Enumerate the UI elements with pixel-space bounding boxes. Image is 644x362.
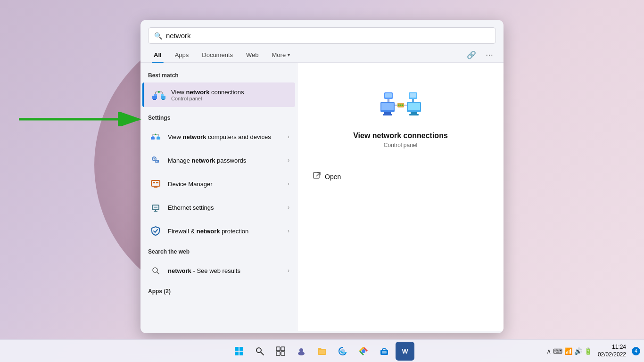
svg-rect-68 [276,352,280,355]
view-network-computers-icon [148,129,163,144]
web-search-text: network - See web results [168,267,283,274]
ethernet-settings-icon [148,200,163,215]
svg-line-36 [157,272,159,274]
settings-item-device-manager[interactable]: Device Manager › [140,172,297,196]
start-button[interactable] [230,342,248,361]
best-match-label: Best match [140,70,297,82]
result-title: View network connections [353,132,448,140]
chrome-button[interactable] [354,342,373,361]
search-web-item[interactable]: network - See web results › [140,259,297,282]
clock-time: 11:24 [598,344,626,351]
svg-point-24 [154,158,155,160]
keyboard-icon[interactable]: ⌨ [553,347,562,355]
svg-rect-25 [151,181,160,186]
svg-line-59 [316,173,320,176]
svg-rect-44 [409,114,419,115]
search-bar-container: 🔍 [140,20,504,44]
taskbar-search-button[interactable] [250,342,269,361]
right-panel: View network connections Control panel O… [297,63,504,331]
chevron-right-icon-5: › [288,228,289,234]
manage-network-passwords-icon [148,153,163,168]
tab-web[interactable]: Web [240,48,264,62]
best-match-item[interactable]: View network connections Control panel [142,82,295,107]
svg-rect-39 [384,112,391,114]
best-match-title: View network connections [171,89,288,96]
ethernet-settings-title: Ethernet settings [168,204,283,211]
settings-item-ethernet-settings[interactable]: Ethernet settings › [140,196,297,219]
tab-more-label: More [272,51,286,58]
search-icon: 🔍 [154,32,162,40]
view-network-computers-text: View network computers and devices [168,133,283,140]
result-network-icon-svg [380,79,422,122]
device-manager-text: Device Manager [168,181,283,188]
search-web-label: Search the web [140,247,297,259]
open-icon [313,172,321,182]
chevron-right-icon-2: › [288,157,289,164]
wifi-icon[interactable]: 📶 [564,347,572,355]
settings-item-firewall-network-protection[interactable]: Firewall & network protection › [140,219,297,243]
result-divider [307,160,494,160]
web-search-icon [148,263,163,278]
svg-line-65 [261,352,264,355]
settings-item-view-network-computers[interactable]: View network computers and devices › [140,125,297,148]
chevron-right-icon-4: › [288,204,289,211]
system-tray: ∧ ⌨ 📶 🔊 🔋 [546,347,592,355]
svg-rect-62 [235,352,239,355]
taskbar: W ∧ ⌨ 📶 🔊 🔋 11:24 02/02/2022 4 [0,339,644,362]
tab-apps[interactable]: Apps [169,48,195,62]
open-label: Open [325,173,341,181]
chevron-right-icon: › [288,133,289,140]
edge-button[interactable] [333,342,352,361]
notification-badge[interactable]: 4 [632,347,640,355]
word-button[interactable]: W [396,342,414,361]
manage-network-passwords-title: Manage network passwords [168,157,283,164]
taskbar-center: W [230,342,414,361]
device-manager-title: Device Manager [168,181,283,188]
svg-point-19 [155,134,157,135]
search-web-section: Search the web network - See web results [140,247,297,282]
svg-rect-49 [410,93,416,98]
settings-label: Settings [140,113,297,125]
svg-rect-43 [411,112,417,114]
apps-label: Apps (2) [140,286,297,298]
svg-rect-42 [408,103,420,110]
settings-item-manage-network-passwords[interactable]: Manage network passwords › [140,148,297,172]
svg-rect-63 [239,352,243,355]
svg-rect-6 [154,94,157,96]
chevron-up-icon[interactable]: ∧ [546,347,551,355]
svg-point-55 [402,105,403,106]
file-explorer-button[interactable] [313,342,331,361]
svg-rect-3 [153,99,156,100]
profile-button[interactable]: 🔗 [464,49,479,61]
search-input[interactable] [166,32,490,40]
taskbar-right: ∧ ⌨ 📶 🔊 🔋 11:24 02/02/2022 4 [546,344,640,358]
battery-icon[interactable]: 🔋 [584,347,592,355]
svg-rect-34 [154,206,157,208]
svg-rect-13 [157,137,160,140]
svg-point-11 [158,91,160,93]
chevron-right-icon-6: › [288,267,289,274]
tabs-bar: All Apps Documents Web More ▾ 🔗 ⋯ [140,44,504,63]
chevron-right-icon-3: › [288,181,289,187]
svg-rect-14 [152,136,154,137]
svg-rect-5 [162,99,165,100]
chat-button[interactable] [292,342,311,361]
best-match-subtitle: Control panel [171,96,288,101]
open-action[interactable]: Open [307,168,494,186]
svg-rect-66 [276,347,280,351]
svg-rect-46 [385,93,392,98]
clock[interactable]: 11:24 02/02/2022 [594,344,630,358]
volume-icon[interactable]: 🔊 [574,347,582,355]
manage-network-passwords-text: Manage network passwords [168,157,283,164]
svg-point-70 [299,348,303,352]
tab-documents[interactable]: Documents [196,48,239,62]
search-input-wrap[interactable]: 🔍 [148,27,496,44]
word-icon-letter: W [402,347,408,355]
store-button[interactable] [375,342,394,361]
chevron-down-icon: ▾ [288,52,290,58]
apps-section: Apps (2) [140,286,297,298]
tab-all[interactable]: All [148,48,167,62]
tab-more[interactable]: More ▾ [266,48,296,62]
more-options-button[interactable]: ⋯ [483,49,496,61]
task-view-button[interactable] [271,342,290,361]
